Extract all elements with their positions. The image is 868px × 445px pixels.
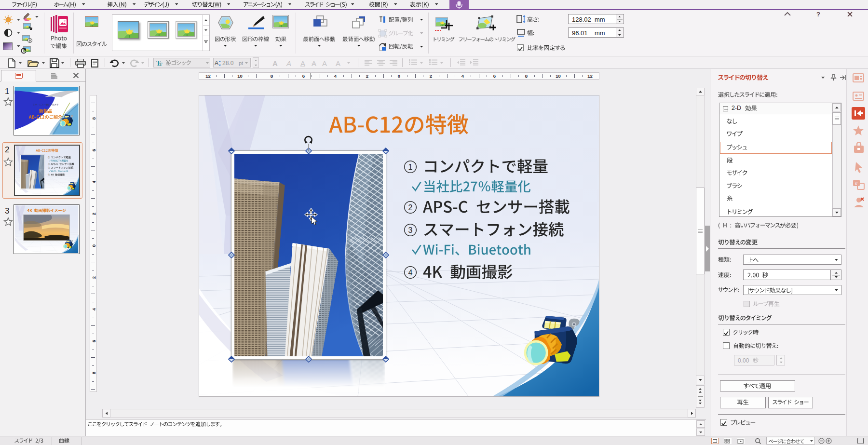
svg-text:T: T [159,62,163,67]
svg-text:A: A [215,60,218,67]
